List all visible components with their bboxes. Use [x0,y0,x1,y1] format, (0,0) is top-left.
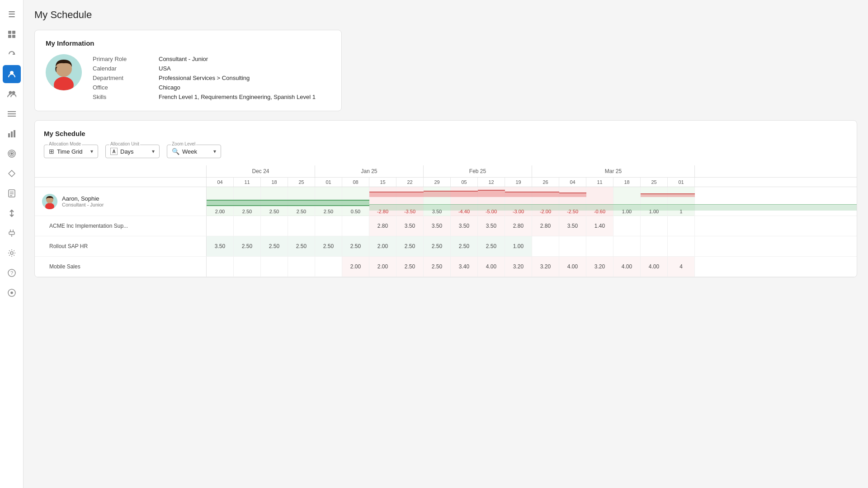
a-icon: A [110,148,118,155]
label-calendar: Calendar [93,65,151,72]
proj-cell-2-12: 3.20 [532,257,559,277]
navigation-icon[interactable] [3,284,21,302]
red-overallocation-bar-0 [369,192,424,197]
value-calendar: USA [159,65,171,72]
dashboard-icon[interactable] [3,25,21,43]
summary-cell-15: 1.00 [613,187,641,216]
week-cell-1: 11 [234,178,261,187]
svg-rect-24 [9,232,14,235]
week-cell-9: 05 [451,178,478,187]
proj-cell-1-3: 2.50 [288,236,315,256]
allocation-mode-value: Time Grid [57,148,88,155]
summary-cell-17: 1 [668,187,695,216]
person-label: Aaron, Sophie Consultant - Junior [35,187,207,216]
proj-cell-2-7: 2.50 [396,257,424,277]
week-cell-6: 15 [369,178,396,187]
week-cell-2: 18 [261,178,288,187]
diamond-icon[interactable] [3,164,21,183]
svg-point-30 [11,292,13,294]
refresh-icon[interactable] [3,45,21,63]
red-overallocation-bar-3 [505,192,559,197]
proj-cell-2-9: 3.40 [451,257,478,277]
info-content: Primary Role Consultant - Junior Calenda… [46,54,330,102]
month-cell-Dec-24: Dec 24 [207,165,315,177]
summary-value-2: 2.50 [269,209,279,214]
proj-cell-2-0 [207,257,234,277]
proj-cell-1-13 [559,236,586,256]
person-icon[interactable] [3,65,21,83]
project-label-1: Rollout SAP HR [35,236,207,256]
project-rows: ACME Inc Implementation Sup...2.803.503.… [35,216,857,277]
proj-cell-1-7: 2.50 [396,236,424,256]
proj-cell-0-13: 3.50 [559,216,586,236]
week-cell-16: 25 [641,178,668,187]
project-label-0: ACME Inc Implementation Sup... [35,216,207,236]
gear-icon[interactable] [3,244,21,262]
zoom-level-select[interactable]: Zoom Level 🔍 Week ▾ [167,145,221,158]
summary-cell-16: 1.00 [641,187,668,216]
transfer-icon[interactable] [3,204,21,222]
timeline-container: Dec 24Jan 25Feb 25Mar 25 041118250108152… [35,165,857,277]
proj-cell-0-3 [288,216,315,236]
proj-cell-0-4 [315,216,342,236]
help-icon[interactable]: ? [3,264,21,282]
allocation-unit-select[interactable]: Allocation Unit A Days ▾ [105,145,160,158]
allocation-mode-select[interactable]: Allocation Mode ⊞ Time Grid ▾ [44,145,98,158]
proj-cell-1-9: 2.50 [451,236,478,256]
green-availability-bar [207,200,369,206]
week-cell-13: 04 [559,178,586,187]
proj-cell-1-14 [586,236,613,256]
schedule-section: My Schedule Allocation Mode ⊞ Time Grid … [34,120,857,277]
plug-icon[interactable] [3,224,21,242]
target-icon[interactable] [3,145,21,163]
project-cells-2: 2.002.002.502.503.404.003.203.204.003.20… [207,257,857,277]
summary-value-3: 2.50 [297,209,306,214]
proj-cell-0-12: 2.80 [532,216,559,236]
proj-cell-1-10: 2.50 [478,236,505,256]
allocation-unit-label: Allocation Unit [109,141,140,146]
proj-cell-0-1 [234,216,261,236]
week-cell-17: 01 [668,178,695,187]
zoom-icon: 🔍 [172,148,179,155]
list-icon[interactable] [3,105,21,123]
menu-icon[interactable]: ☰ [3,5,21,23]
person-avatar [42,194,57,209]
label-office: Office [93,84,151,91]
chevron-down-icon-2: ▾ [152,148,155,155]
label-skills: Skills [93,94,151,100]
info-row-skills: Skills French Level 1, Requirements Engi… [93,92,330,102]
month-cell-Jan-25: Jan 25 [315,165,424,177]
schedule-title: My Schedule [35,130,857,145]
person-row: Aaron, Sophie Consultant - Junior 2.002.… [35,187,857,216]
red-overallocation-bar-5 [641,193,695,197]
week-cell-0: 04 [207,178,234,187]
proj-cell-1-1: 2.50 [234,236,261,256]
svg-marker-16 [9,170,15,177]
people-icon[interactable] [3,85,21,103]
week-spacer [35,178,207,187]
proj-cell-0-9: 3.50 [451,216,478,236]
proj-cell-1-0: 3.50 [207,236,234,256]
proj-cell-2-15: 4.00 [613,257,641,277]
proj-cell-1-12 [532,236,559,256]
week-header-row: 041118250108152229051219260411182501 [35,178,857,187]
proj-cell-2-13: 4.00 [559,257,586,277]
proj-cell-2-4 [315,257,342,277]
summary-value-4: 2.50 [324,209,333,214]
page-title: My Schedule [34,9,857,21]
proj-cell-0-2 [261,216,288,236]
proj-cell-1-16 [641,236,668,256]
week-cell-11: 19 [505,178,532,187]
svg-text:?: ? [10,270,13,276]
project-label-2: Mobile Sales [35,257,207,277]
summary-value-0: 2.00 [215,209,225,214]
value-department: Professional Services > Consulting [159,75,250,81]
proj-cell-1-8: 2.50 [424,236,451,256]
document-icon[interactable] [3,184,21,202]
week-cell-10: 12 [478,178,505,187]
week-cell-8: 29 [424,178,451,187]
summary-cell-14: -0.60 [586,187,613,216]
chart-icon[interactable] [3,125,21,143]
proj-cell-0-15 [613,216,641,236]
proj-cell-1-5: 2.50 [342,236,369,256]
